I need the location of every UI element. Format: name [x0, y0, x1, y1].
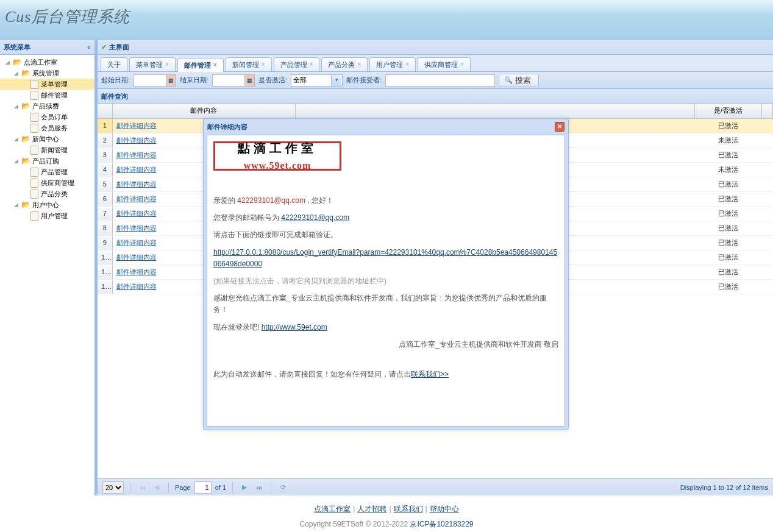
tree-leaf[interactable]: 产品分类 [0, 188, 94, 199]
document-icon [29, 79, 39, 89]
folder-icon [21, 134, 30, 144]
tree-label: 邮件管理 [41, 90, 68, 101]
expand-icon[interactable]: ◢ [11, 155, 21, 166]
tree-folder[interactable]: ◢点滴工作室 [0, 57, 94, 68]
sidebar: 系统菜单 « ◢点滴工作室◢系统管理菜单管理邮件管理◢产品续费会员订单会员服务◢… [0, 40, 98, 495]
tree-label: 用户管理 [41, 210, 68, 221]
tree-label: 产品分类 [41, 188, 68, 199]
site-link[interactable]: http://www.59et.com [262, 323, 327, 332]
document-icon [29, 145, 39, 155]
tree-label: 系统管理 [32, 68, 59, 79]
expand-icon[interactable]: ◢ [11, 133, 21, 144]
tree-label: 新闻中心 [32, 133, 59, 144]
document-icon [29, 178, 39, 188]
tree-folder[interactable]: ◢产品订购 [0, 155, 94, 166]
document-icon [29, 112, 39, 122]
collapse-left-icon[interactable]: « [87, 40, 91, 55]
document-icon [29, 123, 39, 133]
app-title: Cus后台管理系统 [5, 6, 773, 27]
mail-detail-window: 邮件详细内容 ✕ 點滴工作室 www.59et.com 亲爱的 42229310… [203, 118, 569, 430]
tree-leaf[interactable]: 用户管理 [0, 210, 94, 221]
folder-icon [21, 68, 30, 78]
sidebar-header: 系统菜单 « [0, 40, 94, 55]
window-header[interactable]: 邮件详细内容 ✕ [204, 119, 568, 135]
document-icon [29, 189, 39, 199]
tree-label: 产品管理 [41, 166, 68, 177]
window-title: 邮件详细内容 [207, 119, 248, 135]
expand-icon[interactable]: ◢ [11, 199, 21, 210]
tree-folder[interactable]: ◢新闻中心 [0, 133, 94, 144]
tree-label: 会员订单 [41, 112, 68, 122]
folder-icon [21, 156, 30, 166]
tree-label: 产品续费 [32, 101, 59, 112]
tree-leaf[interactable]: 邮件管理 [0, 90, 94, 101]
verify-link[interactable]: http://127.0.0.1:8080/cus/Login_vertifyE… [213, 248, 557, 268]
expand-icon[interactable]: ◢ [11, 101, 21, 112]
signature-text: 点滴工作室_专业云主机提供商和软件开发商 敬启 [213, 339, 558, 350]
folder-icon [12, 57, 22, 67]
tree-leaf[interactable]: 新闻管理 [0, 144, 94, 155]
window-body: 點滴工作室 www.59et.com 亲爱的 422293101@qq.com … [207, 135, 565, 427]
document-icon [29, 90, 39, 100]
tree-label: 供应商管理 [41, 177, 74, 188]
tree-leaf[interactable]: 会员服务 [0, 122, 94, 133]
app-header: Cus后台管理系统 [0, 0, 773, 40]
tree-folder[interactable]: ◢产品续费 [0, 101, 94, 112]
tree-folder[interactable]: ◢系统管理 [0, 68, 94, 79]
contact-link[interactable]: 联系我们>> [411, 370, 449, 378]
folder-icon [21, 200, 30, 210]
expand-icon[interactable]: ◢ [2, 57, 12, 68]
document-icon [29, 211, 39, 221]
tree-leaf[interactable]: 产品管理 [0, 166, 94, 177]
tree-leaf[interactable]: 供应商管理 [0, 177, 94, 188]
sidebar-title: 系统菜单 [4, 40, 30, 55]
tree-label: 点滴工作室 [24, 57, 57, 68]
logo: 點滴工作室 www.59et.com [213, 141, 341, 171]
thanks-text: 感谢您光临点滴工作室_专业云主机提供商和软件开发商，我们的宗旨：为您提供优秀的产… [213, 293, 558, 316]
folder-icon [21, 101, 30, 111]
tree-leaf[interactable]: 菜单管理 [0, 79, 94, 90]
fallback-note: (如果链接无法点击，请将它拷贝到浏览器的地址栏中) [213, 275, 558, 287]
tree-label: 用户中心 [32, 199, 59, 210]
expand-icon[interactable]: ◢ [11, 68, 21, 79]
greeting-email: 422293101@qq.com [237, 196, 305, 205]
tree-folder[interactable]: ◢用户中心 [0, 199, 94, 210]
nav-tree: ◢点滴工作室◢系统管理菜单管理邮件管理◢产品续费会员订单会员服务◢新闻中心新闻管… [0, 55, 94, 495]
tree-label: 新闻管理 [41, 144, 68, 155]
tree-leaf[interactable]: 会员订单 [0, 112, 94, 122]
tree-label: 会员服务 [41, 122, 68, 133]
login-email-link[interactable]: 422293101@qq.com [281, 213, 349, 222]
instruction-text: 请点击下面的链接即可完成邮箱验证。 [213, 229, 558, 241]
close-icon[interactable]: ✕ [555, 122, 565, 132]
tree-label: 菜单管理 [41, 79, 68, 90]
document-icon [29, 167, 39, 177]
tree-label: 产品订购 [32, 155, 59, 166]
